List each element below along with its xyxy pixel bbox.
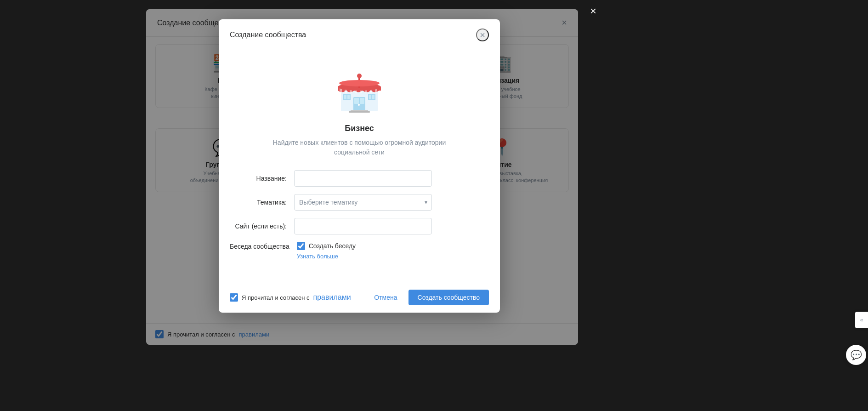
agree-checkbox[interactable]	[230, 293, 238, 302]
business-description: Найдите новых клиентов с помощью огромно…	[272, 138, 447, 157]
theme-form-group: Тематика: Выберите тематику Авто/мото Би…	[230, 194, 489, 211]
name-input[interactable]	[294, 170, 432, 187]
store-illustration	[329, 64, 389, 114]
dialog-footer: Я прочитал и согласен с правилами Отмена…	[219, 282, 500, 313]
create-community-button[interactable]: Создать сообщество	[408, 290, 489, 305]
dialog-title: Создание сообщества	[230, 31, 306, 39]
svg-point-4	[358, 104, 360, 106]
svg-rect-6	[344, 95, 346, 99]
cancel-button[interactable]: Отмена	[369, 290, 403, 305]
name-form-group: Название:	[230, 170, 489, 187]
agree-text: Я прочитал и согласен с	[242, 294, 310, 301]
theme-select-wrapper: Выберите тематику Авто/мото Бизнес Еда и…	[294, 194, 432, 211]
store-svg	[329, 64, 389, 114]
site-form-group: Сайт (если есть):	[230, 218, 489, 234]
theme-select[interactable]: Выберите тематику Авто/мото Бизнес Еда и…	[294, 194, 432, 211]
learn-more-link[interactable]: Узнать больше	[297, 253, 489, 260]
dialog-close-button[interactable]: ×	[476, 29, 489, 41]
chat-bubble-button[interactable]: 💬	[846, 345, 866, 365]
dialog-header: Создание сообщества ×	[219, 19, 500, 49]
site-label: Сайт (если есть):	[230, 223, 294, 230]
svg-rect-10	[372, 95, 374, 99]
chat-content: Создать беседу Узнать больше	[297, 242, 489, 260]
svg-rect-2	[354, 98, 359, 104]
footer-left: Я прочитал и согласен с правилами	[230, 293, 351, 302]
svg-rect-7	[347, 95, 350, 99]
svg-rect-3	[360, 98, 364, 104]
chat-row: Создать беседу	[297, 242, 489, 250]
svg-point-22	[357, 74, 362, 78]
business-title: Бизнес	[345, 124, 374, 133]
chat-form-group: Беседа сообщества Создать беседу Узнать …	[230, 242, 489, 260]
theme-label: Тематика:	[230, 199, 294, 206]
dialog-body: Бизнес Найдите новых клиентов с помощью …	[219, 49, 500, 274]
site-input[interactable]	[294, 218, 432, 234]
svg-rect-24	[351, 110, 368, 111]
collapse-icon: «	[860, 317, 863, 323]
agree-link[interactable]: правилами	[313, 293, 351, 302]
chat-bubble-icon: 💬	[851, 349, 862, 360]
dialog-close-icon: ×	[480, 30, 485, 40]
create-community-dialog: Создание сообщества ×	[219, 19, 500, 313]
outer-modal-close-button[interactable]: ×	[590, 5, 596, 17]
name-label: Название:	[230, 175, 294, 182]
svg-point-23	[339, 80, 380, 86]
create-chat-label: Создать беседу	[309, 242, 356, 250]
svg-rect-9	[369, 95, 371, 99]
svg-rect-25	[349, 111, 370, 113]
sidebar-collapse-button[interactable]: «	[855, 312, 868, 328]
create-chat-checkbox[interactable]	[297, 242, 305, 250]
chat-label: Беседа сообщества	[230, 242, 297, 250]
footer-actions: Отмена Создать сообщество	[369, 290, 489, 305]
